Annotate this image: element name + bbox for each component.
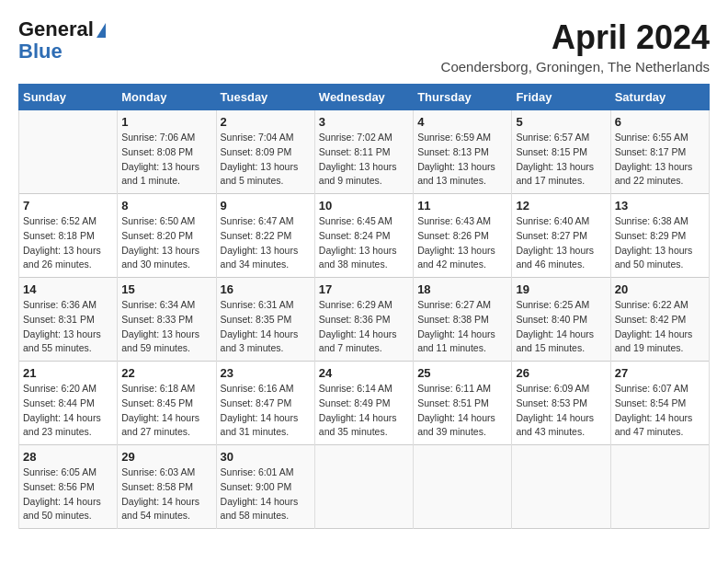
day-number: 21 [23, 366, 113, 380]
day-info: Sunrise: 6:03 AMSunset: 8:58 PMDaylight:… [121, 465, 211, 523]
day-number: 3 [319, 115, 409, 129]
day-number: 28 [23, 450, 113, 464]
calendar-cell: 18Sunrise: 6:27 AMSunset: 8:38 PMDayligh… [414, 278, 512, 362]
calendar-cell: 8Sunrise: 6:50 AMSunset: 8:20 PMDaylight… [118, 194, 216, 278]
day-info: Sunrise: 6:31 AMSunset: 8:35 PMDaylight:… [221, 298, 311, 356]
calendar-cell: 16Sunrise: 6:31 AMSunset: 8:35 PMDayligh… [216, 278, 314, 362]
day-info: Sunrise: 7:06 AMSunset: 8:08 PMDaylight:… [121, 131, 211, 189]
calendar-cell: 11Sunrise: 6:43 AMSunset: 8:26 PMDayligh… [414, 194, 512, 278]
day-number: 13 [615, 199, 705, 213]
calendar-cell: 10Sunrise: 6:45 AMSunset: 8:24 PMDayligh… [314, 194, 413, 278]
day-number: 15 [121, 282, 211, 296]
day-number: 12 [516, 199, 606, 213]
calendar-cell: 1Sunrise: 7:06 AMSunset: 8:08 PMDaylight… [118, 110, 216, 194]
calendar-cell [512, 445, 610, 529]
day-number: 19 [516, 282, 606, 296]
month-title: April 2024 [441, 18, 710, 57]
day-number: 1 [121, 115, 211, 129]
week-row-3: 14Sunrise: 6:36 AMSunset: 8:31 PMDayligh… [19, 278, 710, 362]
day-number: 30 [221, 450, 311, 464]
day-info: Sunrise: 6:25 AMSunset: 8:40 PMDaylight:… [516, 298, 606, 356]
calendar-cell: 6Sunrise: 6:55 AMSunset: 8:17 PMDaylight… [610, 110, 709, 194]
week-row-5: 28Sunrise: 6:05 AMSunset: 8:56 PMDayligh… [19, 445, 710, 529]
day-number: 25 [417, 366, 507, 380]
day-number: 18 [417, 282, 507, 296]
day-info: Sunrise: 7:04 AMSunset: 8:09 PMDaylight:… [221, 131, 311, 189]
day-number: 16 [221, 282, 311, 296]
logo: General Blue [18, 18, 106, 63]
day-number: 27 [615, 366, 705, 380]
day-number: 24 [319, 366, 409, 380]
calendar-cell: 14Sunrise: 6:36 AMSunset: 8:31 PMDayligh… [19, 278, 118, 362]
header-monday: Monday [118, 85, 216, 110]
day-number: 10 [319, 199, 409, 213]
day-info: Sunrise: 6:59 AMSunset: 8:13 PMDaylight:… [417, 131, 507, 189]
calendar-cell: 20Sunrise: 6:22 AMSunset: 8:42 PMDayligh… [610, 278, 709, 362]
calendar-cell: 5Sunrise: 6:57 AMSunset: 8:15 PMDaylight… [512, 110, 610, 194]
week-row-2: 7Sunrise: 6:52 AMSunset: 8:18 PMDaylight… [19, 194, 710, 278]
day-info: Sunrise: 6:34 AMSunset: 8:33 PMDaylight:… [121, 298, 211, 356]
day-info: Sunrise: 6:16 AMSunset: 8:47 PMDaylight:… [221, 382, 311, 440]
day-number: 5 [516, 115, 606, 129]
day-info: Sunrise: 6:36 AMSunset: 8:31 PMDaylight:… [23, 298, 113, 356]
day-info: Sunrise: 6:38 AMSunset: 8:29 PMDaylight:… [615, 214, 705, 272]
header-sunday: Sunday [19, 85, 118, 110]
title-block: April 2024 Coendersborg, Groningen, The … [441, 18, 710, 75]
calendar-cell: 21Sunrise: 6:20 AMSunset: 8:44 PMDayligh… [19, 362, 118, 445]
calendar-cell: 3Sunrise: 7:02 AMSunset: 8:11 PMDaylight… [314, 110, 413, 194]
day-info: Sunrise: 6:57 AMSunset: 8:15 PMDaylight:… [516, 131, 606, 189]
calendar-cell: 23Sunrise: 6:16 AMSunset: 8:47 PMDayligh… [216, 362, 314, 445]
day-number: 7 [23, 199, 113, 213]
day-number: 6 [615, 115, 705, 129]
calendar-cell: 29Sunrise: 6:03 AMSunset: 8:58 PMDayligh… [118, 445, 216, 529]
day-number: 17 [319, 282, 409, 296]
day-info: Sunrise: 6:29 AMSunset: 8:36 PMDaylight:… [319, 298, 409, 356]
calendar-cell: 7Sunrise: 6:52 AMSunset: 8:18 PMDaylight… [19, 194, 118, 278]
day-info: Sunrise: 6:27 AMSunset: 8:38 PMDaylight:… [417, 298, 507, 356]
day-info: Sunrise: 6:40 AMSunset: 8:27 PMDaylight:… [516, 214, 606, 272]
calendar-cell: 19Sunrise: 6:25 AMSunset: 8:40 PMDayligh… [512, 278, 610, 362]
location: Coendersborg, Groningen, The Netherlands [441, 59, 710, 75]
page-header: General Blue April 2024 Coendersborg, Gr… [18, 18, 710, 75]
calendar-cell: 27Sunrise: 6:07 AMSunset: 8:54 PMDayligh… [610, 362, 709, 445]
day-number: 4 [417, 115, 507, 129]
calendar-cell: 24Sunrise: 6:14 AMSunset: 8:49 PMDayligh… [314, 362, 413, 445]
day-number: 26 [516, 366, 606, 380]
day-info: Sunrise: 6:20 AMSunset: 8:44 PMDaylight:… [23, 382, 113, 440]
day-info: Sunrise: 6:18 AMSunset: 8:45 PMDaylight:… [121, 382, 211, 440]
day-info: Sunrise: 6:01 AMSunset: 9:00 PMDaylight:… [221, 465, 311, 523]
calendar-cell [414, 445, 512, 529]
calendar-cell: 13Sunrise: 6:38 AMSunset: 8:29 PMDayligh… [610, 194, 709, 278]
day-number: 22 [121, 366, 211, 380]
calendar-cell: 12Sunrise: 6:40 AMSunset: 8:27 PMDayligh… [512, 194, 610, 278]
calendar-table: SundayMondayTuesdayWednesdayThursdayFrid… [18, 84, 710, 529]
day-number: 11 [417, 199, 507, 213]
day-info: Sunrise: 6:07 AMSunset: 8:54 PMDaylight:… [615, 382, 705, 440]
calendar-cell: 17Sunrise: 6:29 AMSunset: 8:36 PMDayligh… [314, 278, 413, 362]
day-number: 2 [221, 115, 311, 129]
calendar-cell [19, 110, 118, 194]
day-info: Sunrise: 6:05 AMSunset: 8:56 PMDaylight:… [23, 465, 113, 523]
day-info: Sunrise: 6:50 AMSunset: 8:20 PMDaylight:… [121, 214, 211, 272]
header-tuesday: Tuesday [216, 85, 314, 110]
header-wednesday: Wednesday [314, 85, 413, 110]
calendar-cell: 15Sunrise: 6:34 AMSunset: 8:33 PMDayligh… [118, 278, 216, 362]
calendar-cell [314, 445, 413, 529]
calendar-cell: 25Sunrise: 6:11 AMSunset: 8:51 PMDayligh… [414, 362, 512, 445]
calendar-cell: 26Sunrise: 6:09 AMSunset: 8:53 PMDayligh… [512, 362, 610, 445]
day-number: 20 [615, 282, 705, 296]
week-row-1: 1Sunrise: 7:06 AMSunset: 8:08 PMDaylight… [19, 110, 710, 194]
logo-blue: Blue [18, 40, 63, 63]
logo-general: General [18, 18, 106, 40]
header-thursday: Thursday [414, 85, 512, 110]
calendar-cell: 4Sunrise: 6:59 AMSunset: 8:13 PMDaylight… [414, 110, 512, 194]
calendar-cell: 9Sunrise: 6:47 AMSunset: 8:22 PMDaylight… [216, 194, 314, 278]
calendar-cell: 2Sunrise: 7:04 AMSunset: 8:09 PMDaylight… [216, 110, 314, 194]
day-info: Sunrise: 6:09 AMSunset: 8:53 PMDaylight:… [516, 382, 606, 440]
week-row-4: 21Sunrise: 6:20 AMSunset: 8:44 PMDayligh… [19, 362, 710, 445]
day-number: 29 [121, 450, 211, 464]
header-saturday: Saturday [610, 85, 709, 110]
calendar-cell: 30Sunrise: 6:01 AMSunset: 9:00 PMDayligh… [216, 445, 314, 529]
day-info: Sunrise: 6:47 AMSunset: 8:22 PMDaylight:… [221, 214, 311, 272]
day-info: Sunrise: 6:14 AMSunset: 8:49 PMDaylight:… [319, 382, 409, 440]
